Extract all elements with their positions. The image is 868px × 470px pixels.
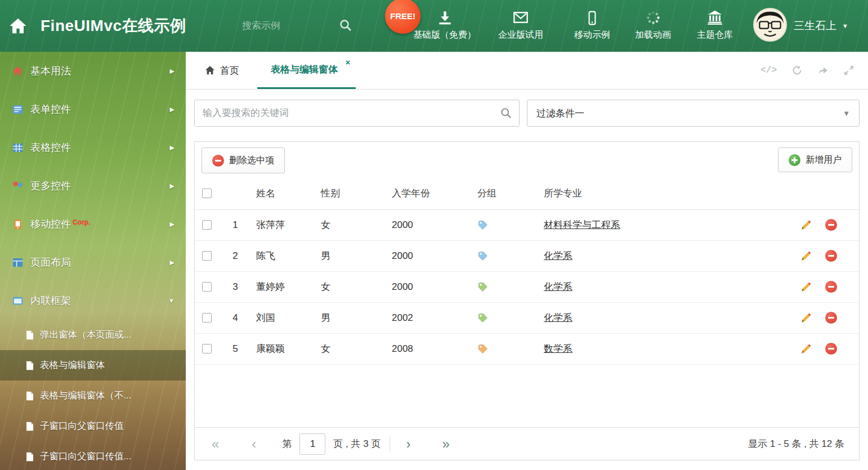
page-number-input[interactable]: [299, 433, 325, 455]
mobile-icon: [12, 219, 23, 230]
tab-tools: </>: [760, 52, 854, 89]
sidebar-item-label: 基本用法: [30, 64, 71, 78]
column-header-group: 分组: [474, 178, 542, 209]
delete-selected-label: 删除选中项: [229, 155, 274, 167]
sidebar-item-label: 表格控件: [30, 141, 71, 154]
pager-divider: [390, 437, 390, 451]
add-user-button[interactable]: 新增用户: [778, 147, 852, 172]
tab-grid-edit-window[interactable]: 表格与编辑窗体 ×: [257, 52, 356, 89]
table-row: 3 董婷婷 女 2000 化学系: [195, 271, 859, 302]
delete-icon[interactable]: [825, 281, 837, 293]
nav-item-theme-store[interactable]: 主题仓库: [682, 5, 748, 41]
cell-gender: 女: [317, 209, 388, 240]
row-checkbox[interactable]: [202, 313, 212, 323]
avatar[interactable]: [753, 8, 787, 42]
cell-name: 陈飞: [251, 240, 317, 271]
close-icon[interactable]: ×: [346, 59, 350, 66]
major-link[interactable]: 化学系: [544, 281, 572, 292]
next-page-button[interactable]: ›: [406, 437, 410, 451]
sidebar-subitem-child-to-parent-2[interactable]: 子窗口向父窗口传值...: [0, 441, 186, 470]
filter-dropdown[interactable]: 过滤条件一 ▼: [527, 100, 860, 127]
download-icon: [437, 8, 453, 25]
cell-year: 2000: [388, 240, 474, 271]
chevron-right-icon: ▶: [170, 68, 175, 75]
cell-name: 刘国: [251, 302, 317, 333]
expand-icon[interactable]: [843, 65, 854, 76]
widgets-icon: [12, 181, 23, 191]
bank-icon: [707, 8, 723, 25]
sidebar-subitem-popup-window[interactable]: 弹出窗体（本页面或...: [0, 320, 186, 350]
share-icon[interactable]: [817, 65, 829, 76]
row-checkbox[interactable]: [202, 251, 212, 261]
row-checkbox[interactable]: [202, 282, 212, 292]
sidebar-subitem-child-to-parent[interactable]: 子窗口向父窗口传值: [0, 411, 186, 441]
tab-bar: 首页 表格与编辑窗体 × </>: [186, 52, 868, 89]
major-link[interactable]: 化学系: [544, 312, 572, 323]
home-icon[interactable]: [9, 17, 27, 35]
nav-item-mobile-demo[interactable]: 移动示例: [561, 5, 624, 41]
column-header-year: 入学年份: [388, 178, 474, 209]
user-menu[interactable]: 三生石上 ▼: [794, 0, 848, 52]
last-page-button[interactable]: »: [442, 437, 449, 451]
tab-home[interactable]: 首页: [194, 52, 250, 89]
column-header-major: 所学专业: [542, 178, 796, 209]
code-icon[interactable]: </>: [760, 65, 777, 75]
cell-gender: 女: [317, 271, 388, 302]
row-checkbox[interactable]: [202, 344, 212, 353]
delete-icon[interactable]: [825, 343, 837, 355]
major-link[interactable]: 材料科学与工程系: [544, 220, 620, 230]
data-grid: 姓名 性别 入学年份 分组 所学专业 1 张萍萍: [195, 178, 859, 365]
chevron-down-icon: ▼: [842, 23, 848, 29]
edit-icon[interactable]: [800, 343, 812, 355]
layout-icon: [12, 257, 23, 268]
header-nav: 基础版（免费） 企业版试用 移动示例: [409, 5, 748, 41]
major-link[interactable]: 数学系: [544, 343, 572, 354]
sidebar-subitem-grid-edit-window[interactable]: 表格与编辑窗体: [0, 350, 186, 381]
sidebar-item-basic-usage[interactable]: 基本用法 ▶: [0, 52, 186, 90]
sidebar-subitem-label: 子窗口向父窗口传值: [40, 420, 124, 432]
header-search-input[interactable]: [242, 17, 335, 35]
sidebar-item-label: 页面布局: [30, 256, 71, 269]
corp-badge: Corp.: [73, 218, 90, 226]
previous-page-button[interactable]: ‹: [252, 437, 256, 451]
file-icon: [26, 391, 34, 401]
delete-icon[interactable]: [825, 250, 837, 262]
delete-selected-button[interactable]: 删除选中项: [202, 147, 285, 173]
select-all-checkbox[interactable]: [202, 189, 212, 198]
edit-icon[interactable]: [800, 312, 812, 324]
sidebar-item-grid-controls[interactable]: 表格控件 ▶: [0, 128, 186, 167]
search-icon[interactable]: [339, 19, 352, 32]
sidebar-item-iframe[interactable]: 内联框架 ▼: [0, 281, 186, 320]
sidebar-item-mobile-controls[interactable]: 移动控件 Corp. ▶: [0, 205, 186, 243]
table-row: 2 陈飞 男 2000 化学系: [195, 240, 859, 271]
cell-name: 张萍萍: [251, 209, 317, 240]
edit-icon[interactable]: [800, 281, 812, 293]
edit-icon[interactable]: [800, 220, 812, 231]
nav-item-enterprise-trial[interactable]: 企业版试用: [481, 5, 561, 41]
keyword-search-input[interactable]: [203, 108, 500, 119]
first-page-button[interactable]: «: [212, 437, 219, 451]
delete-icon[interactable]: [825, 219, 837, 231]
refresh-icon[interactable]: [791, 65, 803, 76]
sidebar-item-form-controls[interactable]: 表单控件 ▶: [0, 90, 186, 128]
chevron-right-icon: ▶: [170, 144, 175, 151]
sidebar-item-page-layout[interactable]: 页面布局 ▶: [0, 243, 186, 281]
cell-year: 2002: [388, 302, 474, 333]
chevron-right-icon: ▶: [170, 106, 175, 113]
grid-panel: 删除选中项 新增用户: [194, 141, 860, 460]
major-link[interactable]: 化学系: [544, 250, 572, 261]
row-number: 4: [220, 302, 251, 333]
chevron-down-icon: ▼: [843, 109, 850, 118]
row-checkbox[interactable]: [202, 220, 212, 230]
filter-row: 过滤条件一 ▼: [194, 100, 860, 127]
page-prefix-label: 第: [282, 437, 292, 450]
nav-item-loading-animation[interactable]: 加载动画: [624, 5, 682, 41]
search-icon[interactable]: [500, 107, 512, 119]
sidebar-item-more-controls[interactable]: 更多控件 ▶: [0, 167, 186, 205]
cell-year: 2008: [388, 333, 474, 364]
home-icon: [205, 65, 215, 75]
sidebar-subitem-grid-edit-window-2[interactable]: 表格与编辑窗体（不...: [0, 381, 186, 411]
edit-icon[interactable]: [800, 250, 812, 262]
delete-icon[interactable]: [825, 312, 837, 324]
mobile-icon: [585, 8, 599, 25]
